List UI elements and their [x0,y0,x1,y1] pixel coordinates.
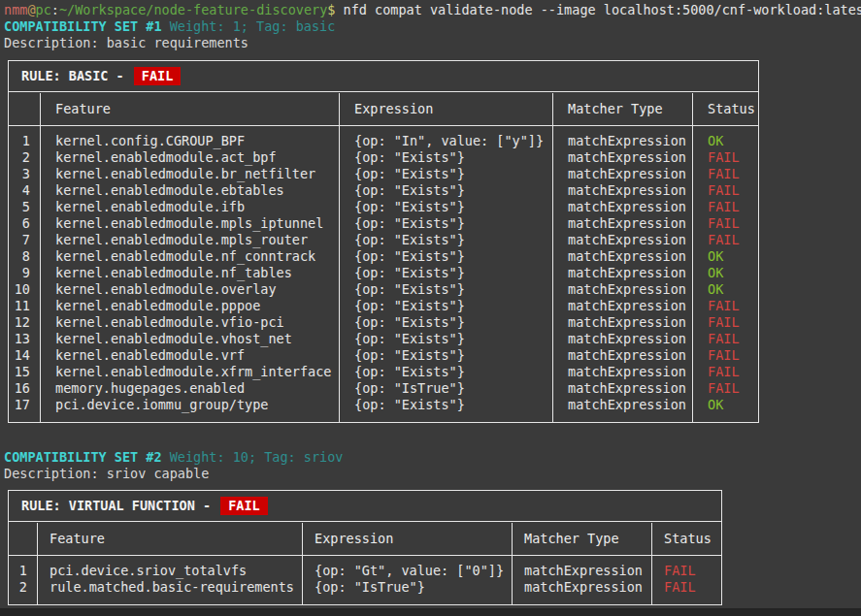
table-row: 14 kernel.enabledmodule.vrf {op: "Exists… [9,347,758,364]
row-number-cell: 13 [9,331,40,347]
matcher-type-cell: matchExpression [552,347,692,364]
prompt-command: nfd compat validate-node --image localho… [335,2,861,17]
prompt-path: ~/Workspace/node-feature-discovery [59,2,327,17]
matcher-type-cell: matchExpression [552,182,692,199]
matcher-type-cell: matchExpression [552,133,692,149]
col-header-feature: Feature [37,531,302,547]
rule-header-basic: RULE: BASIC - FAIL [9,61,758,92]
col-header-expression: Expression [302,531,512,547]
row-number-cell: 11 [9,298,40,314]
status-cell: FAIL [651,563,721,579]
row-number-cell: 2 [9,149,40,166]
table-body: 1 pci.device.sriov_totalvfs {op: "Gt", v… [9,556,721,604]
rule-table-basic: RULE: BASIC - FAIL Feature Expression Ma… [8,60,759,423]
prompt-line: nmm@pc:~/Workspace/node-feature-discover… [4,2,861,18]
row-number-cell: 1 [9,133,40,149]
status-cell: FAIL [692,232,758,248]
column-divider [37,523,38,604]
expression-cell: {op: "Exists"} [339,199,552,215]
column-divider [552,93,553,422]
matcher-type-cell: matchExpression [552,166,692,182]
status-cell: OK [692,248,758,265]
feature-cell: kernel.enabledmodule.br_netfilter [40,166,339,182]
rule-label: RULE: BASIC - [21,68,132,84]
expression-cell: {op: "Exists"} [339,281,552,298]
expression-cell: {op: "Exists"} [339,265,552,281]
matcher-type-cell: matchExpression [552,265,692,281]
table-row: 12 kernel.enabledmodule.vfio-pci {op: "E… [9,314,758,331]
expression-cell: {op: "Exists"} [339,166,552,182]
column-header-row: Feature Expression Matcher Type Status [9,522,721,556]
table-row: 1 pci.device.sriov_totalvfs {op: "Gt", v… [9,563,721,579]
status-cell: OK [692,133,758,149]
matcher-type-cell: matchExpression [552,149,692,166]
status-cell: FAIL [692,149,758,166]
row-number-cell: 9 [9,265,40,281]
col-header-matcher: Matcher Type [552,101,692,117]
expression-cell: {op: "Exists"} [339,397,552,413]
status-cell: FAIL [692,199,758,215]
expression-cell: {op: "Exists"} [339,232,552,248]
prompt-colon: : [51,2,59,17]
set2-meta: Weight: 10; Tag: sriov [162,449,344,465]
set2-heading: COMPATIBILITY SET #2 Weight: 10; Tag: sr… [4,449,861,466]
expression-cell: {op: "Exists"} [339,182,552,199]
feature-cell: kernel.enabledmodule.act_bpf [40,149,339,166]
matcher-type-cell: matchExpression [552,331,692,347]
status-cell: FAIL [692,314,758,331]
prompt-user: nmm [4,2,27,17]
table-row: 2 rule.matched.basic-requirements {op: "… [9,579,721,596]
table-row: 13 kernel.enabledmodule.vhost_net {op: "… [9,331,758,347]
status-cell: OK [692,265,758,281]
expression-cell: {op: "Exists"} [339,298,552,314]
row-number-cell: 15 [9,364,40,380]
row-number-cell: 7 [9,232,40,248]
feature-cell: pci.device.sriov_totalvfs [37,563,302,579]
set1-heading: COMPATIBILITY SET #1 Weight: 1; Tag: bas… [4,18,861,35]
feature-cell: kernel.enabledmodule.mpls_router [40,232,339,248]
matcher-type-cell: matchExpression [512,579,651,596]
feature-cell: kernel.config.CGROUP_BPF [40,133,339,149]
set1-title: COMPATIBILITY SET #1 [4,18,162,34]
col-header-expression: Expression [339,101,552,117]
status-cell: FAIL [692,347,758,364]
feature-cell: rule.matched.basic-requirements [37,579,302,596]
row-number-cell: 5 [9,199,40,215]
set2-description: Description: sriov capable [4,466,861,482]
column-divider [512,523,513,604]
matcher-type-cell: matchExpression [552,232,692,248]
table-row: 3 kernel.enabledmodule.br_netfilter {op:… [9,166,758,182]
matcher-type-cell: matchExpression [552,364,692,380]
row-number-cell: 12 [9,314,40,331]
feature-cell: kernel.enabledmodule.ebtables [40,182,339,199]
status-cell: OK [692,397,758,413]
row-number-cell: 3 [9,166,40,182]
feature-cell: kernel.enabledmodule.xfrm_interface [40,364,339,380]
column-divider [651,523,652,604]
matcher-type-cell: matchExpression [552,314,692,331]
matcher-type-cell: matchExpression [552,215,692,232]
matcher-type-cell: matchExpression [552,298,692,314]
feature-cell: kernel.enabledmodule.overlay [40,281,339,298]
row-number-cell: 16 [9,380,40,397]
feature-cell: pci.device.iommu_group/type [40,397,339,413]
expression-cell: {op: "Exists"} [339,248,552,265]
expression-cell: {op: "In", value: ["y"]} [339,133,552,149]
feature-cell: kernel.enabledmodule.nf_conntrack [40,248,339,265]
row-number-cell: 2 [9,579,37,596]
status-cell: FAIL [692,298,758,314]
column-divider [339,93,340,422]
expression-cell: {op: "Gt", value: ["0"]} [302,563,512,579]
table-body: 1 kernel.config.CGROUP_BPF {op: "In", va… [9,126,758,422]
feature-cell: kernel.enabledmodule.pppoe [40,298,339,314]
column-divider [40,93,41,422]
feature-cell: memory.hugepages.enabled [40,380,339,397]
expression-cell: {op: "Exists"} [339,331,552,347]
terminal-window[interactable]: nmm@pc:~/Workspace/node-feature-discover… [0,0,861,616]
status-cell: FAIL [692,182,758,199]
feature-cell: kernel.enabledmodule.mpls_iptunnel [40,215,339,232]
prompt-host: pc [36,2,51,17]
table-row: 10 kernel.enabledmodule.overlay {op: "Ex… [9,281,758,298]
rule-status-badge: FAIL [134,67,182,85]
col-header-status: Status [651,531,721,547]
